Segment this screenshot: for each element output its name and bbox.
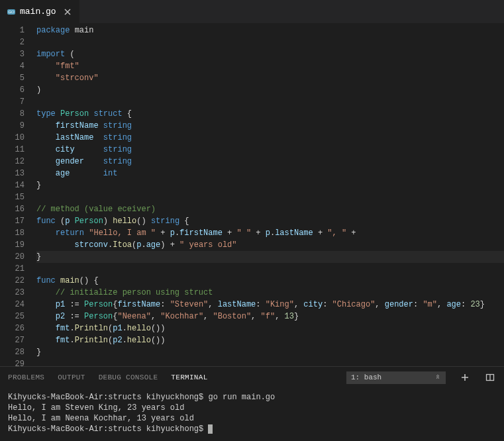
bottom-panel: PROBLEMS OUTPUT DEBUG CONSOLE TERMINAL 1… xyxy=(0,366,504,441)
code-line[interactable]: } xyxy=(36,346,504,358)
terminal-line: Kihyucks-MacBook-Air:structs kihyuckhong… xyxy=(8,392,496,403)
code-line[interactable]: func main() { xyxy=(36,275,504,287)
code-editor[interactable]: 1234567891011121314151617181920212223242… xyxy=(0,23,504,366)
code-line[interactable]: p2 := Person{"Neena", "Kochhar", "Boston… xyxy=(36,311,504,322)
code-line[interactable]: import ( xyxy=(36,48,504,60)
code-line[interactable]: age int xyxy=(36,168,504,179)
code-area[interactable]: package mainimport ( "fmt" "strconv")typ… xyxy=(36,24,504,366)
terminal-line: Kihyucks-MacBook-Air:structs kihyuckhong… xyxy=(8,424,496,434)
terminal-selector-label: 1: bash xyxy=(351,373,381,381)
code-line[interactable]: // method (value eceiver) xyxy=(36,203,504,215)
terminal-selector[interactable]: 1: bash xyxy=(346,371,446,384)
terminal-line: Hello, I am Neena Kochhar, 13 years old xyxy=(8,413,496,424)
code-line[interactable] xyxy=(36,96,504,108)
code-line[interactable]: } xyxy=(36,179,504,191)
close-icon[interactable] xyxy=(62,7,73,17)
new-terminal-icon[interactable] xyxy=(459,371,471,383)
code-line[interactable] xyxy=(36,191,504,203)
tab-output[interactable]: OUTPUT xyxy=(58,373,85,381)
code-line[interactable]: } xyxy=(36,251,504,263)
line-number-gutter: 1234567891011121314151617181920212223242… xyxy=(0,24,36,366)
tab-problems[interactable]: PROBLEMS xyxy=(8,373,44,381)
panel-tab-bar: PROBLEMS OUTPUT DEBUG CONSOLE TERMINAL 1… xyxy=(0,367,504,388)
code-line[interactable]: return "Hello, I am " + p.firstName + " … xyxy=(36,227,504,239)
go-file-icon: GO xyxy=(7,7,16,17)
terminal-line: Hello, I am Steven King, 23 years old xyxy=(8,403,496,413)
code-line[interactable]: city string xyxy=(36,144,504,156)
code-line[interactable]: lastName string xyxy=(36,132,504,144)
tab-main-go[interactable]: GO main.go xyxy=(0,0,79,23)
code-line[interactable]: strconv.Itoa(p.age) + " years old" xyxy=(36,239,504,251)
code-line[interactable]: type Person struct { xyxy=(36,108,504,120)
code-line[interactable]: "fmt" xyxy=(36,60,504,72)
code-line[interactable] xyxy=(36,36,504,48)
tab-bar: GO main.go xyxy=(0,0,504,23)
code-line[interactable]: func (p Person) hello() string { xyxy=(36,215,504,227)
code-line[interactable]: gender string xyxy=(36,156,504,168)
split-terminal-icon[interactable] xyxy=(484,371,496,383)
code-line[interactable]: // initialize person using struct xyxy=(36,287,504,299)
code-line[interactable]: fmt.Println(p2.hello()) xyxy=(36,334,504,346)
tab-debug-console[interactable]: DEBUG CONSOLE xyxy=(99,373,158,381)
tab-terminal[interactable]: TERMINAL xyxy=(171,373,207,381)
tab-label: main.go xyxy=(20,7,58,17)
code-line[interactable]: ) xyxy=(36,84,504,96)
code-line[interactable] xyxy=(36,358,504,366)
terminal[interactable]: Kihyucks-MacBook-Air:structs kihyuckhong… xyxy=(0,388,504,441)
code-line[interactable]: p1 := Person{firstName: "Steven", lastNa… xyxy=(36,299,504,311)
code-line[interactable] xyxy=(36,263,504,275)
code-line[interactable]: fmt.Println(p1.hello()) xyxy=(36,322,504,334)
code-line[interactable]: firstName string xyxy=(36,120,504,132)
terminal-cursor xyxy=(208,424,213,434)
code-line[interactable]: package main xyxy=(36,24,504,36)
svg-text:GO: GO xyxy=(8,10,15,14)
chevron-down-icon xyxy=(434,373,441,382)
code-line[interactable]: "strconv" xyxy=(36,72,504,84)
